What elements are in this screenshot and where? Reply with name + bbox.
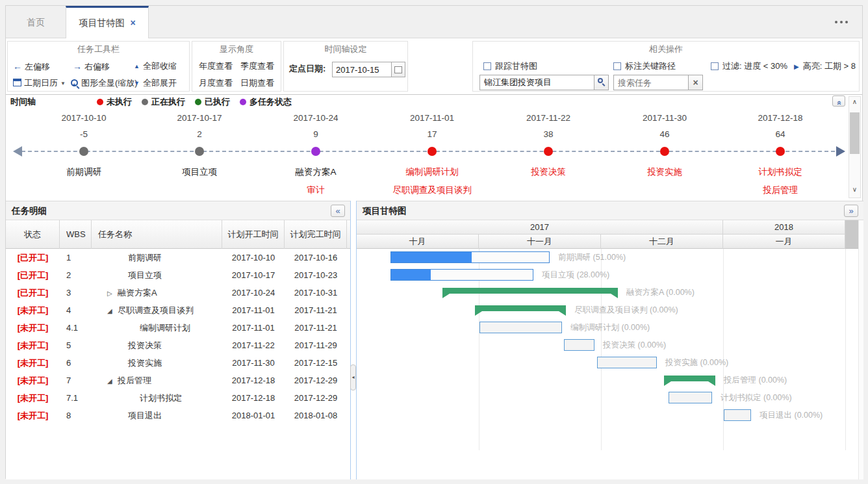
checkbox-critical-path[interactable]: 标注关键路径	[613, 59, 676, 73]
table-row[interactable]: [未开工] 4 ◢尽职调查及项目谈判 2017-11-01 2017-11-21	[6, 301, 350, 319]
gantt-bar[interactable]	[475, 305, 566, 311]
task-plan-start: 2017-12-18	[222, 389, 285, 407]
expand-all-button[interactable]: ▼全部展开	[134, 76, 177, 90]
gantt-gridline	[845, 249, 846, 450]
collapse-left-panel-button[interactable]: «	[331, 205, 345, 217]
chevron-down-icon: ▼	[60, 81, 66, 86]
shift-right-button[interactable]: →右偏移	[73, 59, 110, 73]
gantt-body: 前期调研 (51.00%) 项目立项 (28.00%)	[357, 249, 845, 479]
date-picker-button[interactable]	[391, 62, 405, 77]
milestone-dot-icon[interactable]	[428, 147, 437, 156]
summary-end-left-icon	[442, 294, 450, 298]
column-plan-start[interactable]: 计划开工时间	[222, 220, 285, 249]
summary-end-right-icon	[611, 294, 618, 298]
expand-right-panel-button[interactable]: »	[844, 205, 858, 217]
scrollbar-thumb[interactable]	[850, 112, 860, 154]
task-plan-start: 2017-11-01	[222, 319, 285, 337]
tree-toggle-icon[interactable]: ◢	[107, 302, 118, 319]
table-row[interactable]: [已开工] 3 ▷融资方案A 2017-10-24 2017-10-31	[6, 284, 350, 301]
gantt-bar[interactable]	[479, 322, 562, 333]
legend-label: 多任务状态	[249, 96, 292, 108]
axis-arrow-right-icon[interactable]	[836, 146, 845, 157]
column-plan-end[interactable]: 计划完工时间	[285, 220, 347, 249]
fit-graph-button[interactable]: 图形全显(缩放)	[71, 76, 138, 90]
task-plan-start: 2017-11-22	[222, 337, 285, 354]
milestone-label-1: 投资实施	[647, 166, 682, 178]
checkbox-icon[interactable]	[711, 62, 719, 70]
close-icon[interactable]: ×	[130, 18, 135, 28]
splitter-handle[interactable]: ◂	[350, 364, 356, 390]
milestone-dot-icon[interactable]	[660, 147, 669, 156]
table-row[interactable]: [未开工] 5 投资决策 2017-11-22 2017-11-29	[6, 337, 350, 354]
tree-toggle-icon[interactable]: ▷	[107, 285, 118, 301]
view-year-button[interactable]: 年度查看	[199, 59, 233, 73]
table-row[interactable]: [未开工] 7.1 计划书拟定 2017-12-18 2017-12-29	[6, 389, 350, 407]
task-name: 项目立项	[92, 266, 222, 284]
panel-splitter[interactable]: ◂	[350, 201, 357, 479]
milestone-label-1: 项目立项	[182, 166, 217, 178]
more-menu-icon[interactable]	[835, 21, 848, 23]
gantt-bar[interactable]	[664, 376, 715, 381]
legend-label: 正在执行	[151, 96, 185, 108]
column-status[interactable]: 状态	[6, 220, 60, 249]
task-plan-start: 2017-10-17	[222, 266, 285, 284]
task-wbs: 4.1	[60, 319, 92, 337]
summary-end-right-icon	[708, 381, 715, 386]
tree-toggle-icon[interactable]: ◢	[107, 372, 118, 389]
tab-bar: 首页 项目甘特图×	[6, 6, 862, 38]
axis-arrow-left-icon[interactable]	[13, 146, 22, 157]
gantt-bar[interactable]	[390, 269, 533, 281]
shift-left-button[interactable]: ←左偏移	[13, 59, 50, 73]
checkbox-track-gantt[interactable]: 跟踪甘特图	[483, 59, 537, 73]
table-row[interactable]: [已开工] 2 项目立项 2017-10-17 2017-10-23	[6, 266, 350, 284]
milestone-dot-icon[interactable]	[544, 147, 553, 156]
milestone-day-number: 64	[775, 129, 785, 139]
gantt-bar[interactable]	[669, 392, 712, 403]
highlight-duration-button[interactable]: ▶高亮: 工期 > 8	[794, 59, 856, 73]
arrow-left-icon: ←	[13, 61, 22, 71]
view-quarter-button[interactable]: 季度查看	[240, 59, 274, 73]
gantt-title: 项目甘特图	[363, 201, 407, 220]
checkbox-icon[interactable]	[483, 62, 491, 70]
anchor-date-input[interactable]	[332, 62, 392, 77]
tab-gantt[interactable]: 项目甘特图×	[66, 6, 149, 39]
column-task-name[interactable]: 任务名称	[92, 220, 222, 249]
gantt-scrollbar-track[interactable]	[858, 220, 863, 479]
table-row[interactable]: [已开工] 1 前期调研 2017-10-10 2017-10-16	[6, 249, 350, 266]
milestone-dot-icon[interactable]	[195, 147, 204, 156]
checkbox-icon[interactable]	[613, 62, 621, 70]
gantt-bar[interactable]	[390, 251, 550, 263]
table-row[interactable]: [未开工] 8 项目退出 2018-01-01 2018-01-08	[6, 407, 350, 424]
chevron-left-icon: ◂	[351, 374, 354, 380]
table-row[interactable]: [未开工] 6 投资实施 2017-11-30 2017-12-15	[6, 354, 350, 372]
table-row[interactable]: [未开工] 7 ◢投后管理 2017-12-18 2017-12-29	[6, 372, 350, 389]
gantt-bar[interactable]	[442, 288, 618, 294]
checkbox-filter-progress[interactable]: 过滤: 进度 < 30%	[711, 59, 787, 73]
scroll-down-icon[interactable]: ∨	[849, 186, 860, 196]
clear-search-button[interactable]: ×	[688, 75, 703, 90]
timeline-panel: 时间轴 未执行 正在执行 已执行	[6, 95, 862, 201]
zoom-icon	[71, 79, 78, 86]
gantt-bar-label: 项目立项 (28.00%)	[542, 266, 609, 284]
milestone-dot-icon[interactable]	[311, 147, 320, 156]
gantt-row: 编制调研计划 (0.00%)	[357, 319, 845, 337]
gantt-bar[interactable]	[564, 339, 594, 351]
milestone-dot-icon[interactable]	[79, 147, 88, 156]
view-day-button[interactable]: 日期查看	[240, 76, 274, 90]
milestone-dot-icon[interactable]	[776, 147, 785, 156]
timeline-collapse-button[interactable]: »	[832, 96, 845, 107]
search-project-button[interactable]	[594, 75, 609, 90]
collapse-all-button[interactable]: ▲全部收缩	[134, 59, 177, 73]
search-task-input[interactable]	[613, 75, 689, 90]
scroll-up-icon[interactable]: ∧	[849, 98, 860, 108]
project-input[interactable]	[479, 75, 594, 90]
gantt-bar[interactable]	[724, 409, 751, 421]
column-wbs[interactable]: WBS	[60, 220, 92, 249]
task-wbs: 8	[60, 407, 92, 424]
summary-end-right-icon	[559, 311, 566, 316]
view-month-button[interactable]: 月度查看	[199, 76, 233, 90]
duration-calendar-button[interactable]: 工期日历▼	[13, 76, 66, 90]
tab-home[interactable]: 首页	[6, 6, 66, 38]
table-row[interactable]: [未开工] 4.1 编制调研计划 2017-11-01 2017-11-21	[6, 319, 350, 337]
gantt-bar[interactable]	[597, 357, 657, 368]
